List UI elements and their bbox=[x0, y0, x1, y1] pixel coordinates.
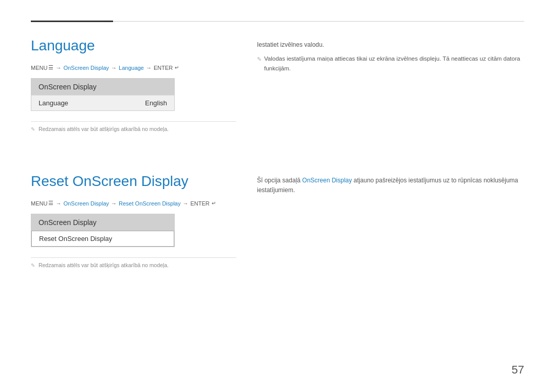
s2-breadcrumb-menu-icon: ☰ bbox=[48, 200, 53, 207]
top-decorative-lines bbox=[31, 21, 524, 22]
breadcrumb-menu-icon: ☰ bbox=[48, 64, 53, 71]
section1-menu-box: OnScreen Display Language English bbox=[31, 78, 175, 111]
breadcrumb-arrow3: → bbox=[146, 65, 152, 71]
breadcrumb-enter-icon: ↵ bbox=[175, 65, 179, 70]
s2-note-pencil-icon: ✎ bbox=[31, 263, 35, 268]
section2-right: Šī opcija sadaļā OnScreen Display atjaun… bbox=[257, 173, 524, 268]
page-number: 57 bbox=[512, 363, 524, 377]
section2-note-text: Redzamais attēls var būt atšķirīgs atkar… bbox=[39, 262, 169, 268]
section1-note-text: Redzamais attēls var būt atšķirīgs atkar… bbox=[39, 126, 169, 132]
section2-right-description: Šī opcija sadaļā OnScreen Display atjaun… bbox=[257, 176, 524, 195]
section1-item-label: Language bbox=[39, 99, 68, 107]
section2-note: ✎ Redzamais attēls var būt atšķirīgs atk… bbox=[31, 257, 236, 268]
section1-right: Iestatiet izvēlnes valodu. ✎ Valodas ies… bbox=[257, 38, 524, 132]
section2-layout: Reset OnScreen Display MENU ☰ → OnScreen… bbox=[31, 173, 524, 268]
section1-left: Language MENU ☰ → OnScreen Display → Lan… bbox=[31, 38, 236, 132]
section1-right-note: ✎ Valodas iestatījuma maiņa attiecas tik… bbox=[257, 54, 524, 73]
section1-right-note-text: Valodas iestatījuma maiņa attiecas tikai… bbox=[264, 54, 524, 73]
right-note-pencil-icon: ✎ bbox=[257, 55, 262, 64]
section2-desc-prefix: Šī opcija sadaļā bbox=[257, 177, 302, 184]
s2-breadcrumb-arrow1: → bbox=[55, 200, 61, 207]
section-divider bbox=[31, 132, 524, 163]
breadcrumb-link1: OnScreen Display bbox=[63, 65, 109, 71]
section1-menu-header: OnScreen Display bbox=[31, 79, 174, 95]
breadcrumb-arrow1: → bbox=[55, 65, 61, 71]
section2-left: Reset OnScreen Display MENU ☰ → OnScreen… bbox=[31, 173, 236, 268]
section2-desc-link: OnScreen Display bbox=[302, 177, 352, 184]
s2-breadcrumb-menu: MENU bbox=[31, 200, 47, 207]
s2-breadcrumb-link2: Reset OnScreen Display bbox=[119, 200, 180, 207]
breadcrumb-menu: MENU bbox=[31, 65, 47, 71]
top-line-light bbox=[113, 21, 524, 22]
breadcrumb-link2: Language bbox=[119, 65, 144, 71]
section1-heading: Language bbox=[31, 38, 236, 54]
section2-menu-item[interactable]: Reset OnScreen Display bbox=[31, 231, 174, 247]
note-pencil-icon: ✎ bbox=[31, 126, 35, 132]
section1-right-description: Iestatiet izvēlnes valodu. bbox=[257, 40, 524, 50]
section1-layout: Language MENU ☰ → OnScreen Display → Lan… bbox=[31, 38, 524, 132]
section1-breadcrumb: MENU ☰ → OnScreen Display → Language → E… bbox=[31, 64, 236, 71]
section1-menu-item[interactable]: Language English bbox=[31, 95, 174, 110]
breadcrumb-enter: ENTER bbox=[154, 65, 173, 71]
section2-heading: Reset OnScreen Display bbox=[31, 173, 236, 190]
section2-breadcrumb: MENU ☰ → OnScreen Display → Reset OnScre… bbox=[31, 200, 236, 207]
s2-breadcrumb-enter: ENTER bbox=[191, 200, 210, 207]
page-container: Language MENU ☰ → OnScreen Display → Lan… bbox=[0, 0, 555, 392]
section2-menu-box: OnScreen Display Reset OnScreen Display bbox=[31, 214, 175, 247]
breadcrumb-arrow2: → bbox=[111, 65, 117, 71]
section2-menu-header: OnScreen Display bbox=[31, 214, 174, 231]
s2-breadcrumb-arrow3: → bbox=[183, 200, 189, 207]
s2-breadcrumb-arrow2: → bbox=[111, 200, 117, 207]
s2-breadcrumb-enter-icon: ↵ bbox=[212, 200, 216, 206]
section2-item-label: Reset OnScreen Display bbox=[39, 235, 112, 242]
section1-item-value: English bbox=[145, 99, 167, 107]
section1-note: ✎ Redzamais attēls var būt atšķirīgs atk… bbox=[31, 121, 236, 132]
s2-breadcrumb-link1: OnScreen Display bbox=[63, 200, 109, 207]
top-line-dark bbox=[31, 21, 113, 22]
